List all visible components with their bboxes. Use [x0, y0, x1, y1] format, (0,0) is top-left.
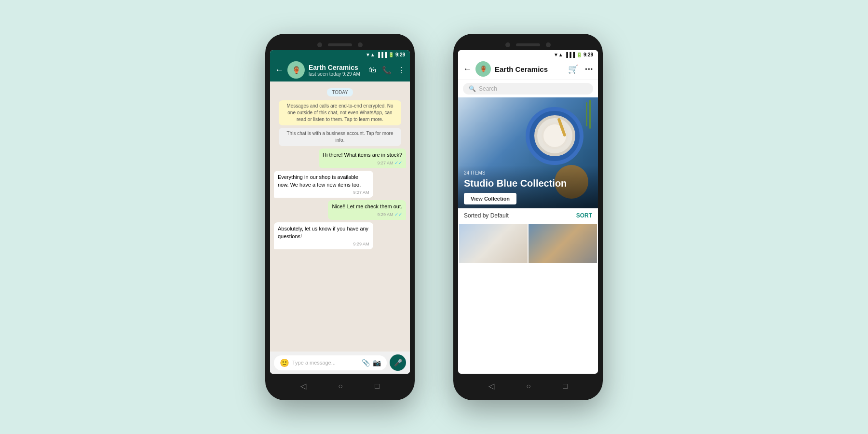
attach-icon[interactable]: 📎: [362, 359, 370, 366]
front-camera-p2-2: [546, 42, 551, 47]
banner-overlay: 24 ITEMS Studio Blue Collection View Col…: [458, 165, 598, 208]
read-tick: ✓✓: [394, 160, 402, 165]
time-display: 9:29: [395, 52, 405, 57]
plant-stem: [589, 100, 591, 129]
shop-avatar[interactable]: 🏺: [475, 61, 491, 77]
shop-back-button[interactable]: ←: [463, 64, 472, 74]
speaker-p2: [516, 43, 540, 46]
sort-label: Sorted by Default: [464, 212, 509, 219]
chat-screen: ▼▲ ▐▐▐ 🔋 9:29 ← 🏺 Earth Ceramics last se…: [270, 50, 410, 374]
contact-avatar[interactable]: 🏺: [287, 61, 305, 79]
read-tick-2: ✓✓: [394, 212, 402, 217]
search-placeholder: Search: [479, 85, 497, 92]
business-notice[interactable]: This chat is with a business account. Ta…: [279, 128, 401, 146]
call-icon[interactable]: 📞: [382, 66, 392, 75]
phone-2: ▼▲ ▐▐▐ 🔋 9:29 ← 🏺 Earth Ceramics 🛒 ••• 🔍…: [453, 34, 603, 400]
collection-banner[interactable]: 24 ITEMS Studio Blue Collection View Col…: [458, 97, 598, 208]
product-grid: [458, 223, 598, 264]
home-nav-icon[interactable]: ○: [338, 382, 343, 391]
header-actions: 🛍 📞 ⋮: [368, 66, 405, 75]
contact-name: Earth Ceramics: [309, 64, 365, 71]
front-camera-p2: [505, 42, 510, 47]
shop-icon[interactable]: 🛍: [368, 66, 376, 74]
cart-icon[interactable]: 🛒: [568, 64, 578, 74]
chat-header: ← 🏺 Earth Ceramics last seen today 9:29 …: [270, 58, 410, 81]
nav-bar: ◁ ○ □: [270, 377, 410, 393]
chat-input-bar: 🙂 Type a message... 📎 📷 🎤: [270, 352, 410, 374]
search-icon: 🔍: [469, 85, 476, 92]
message-input-field[interactable]: 🙂 Type a message... 📎 📷: [274, 355, 387, 370]
shop-screen: ▼▲ ▐▐▐ 🔋 9:29 ← 🏺 Earth Ceramics 🛒 ••• 🔍…: [458, 50, 598, 374]
message-out-2: Nice!! Let me check them out. 9:29 AM ✓✓: [328, 200, 406, 220]
home-nav-icon-p2[interactable]: ○: [526, 382, 531, 391]
back-nav-icon-p2[interactable]: ◁: [488, 381, 494, 391]
back-nav-icon[interactable]: ◁: [300, 381, 306, 391]
contact-status: last seen today 9:29 AM: [309, 71, 365, 77]
nav-bar-p2: ◁ ○ □: [458, 377, 598, 393]
wifi-icon: ▼▲: [366, 52, 375, 57]
speaker: [328, 43, 352, 46]
collection-title: Studio Blue Collection: [464, 177, 592, 189]
signal-icon-p2: ▐▐▐: [565, 52, 575, 57]
recents-nav-icon-p2[interactable]: □: [563, 382, 568, 391]
phone-1-top-bar: [270, 42, 410, 47]
camera-icon[interactable]: 📷: [373, 359, 381, 366]
view-collection-button[interactable]: View Collection: [464, 193, 516, 204]
product-item-2[interactable]: [529, 224, 597, 263]
mic-button[interactable]: 🎤: [390, 354, 406, 371]
time-display-p2: 9:29: [583, 52, 593, 57]
shop-name: Earth Ceramics: [495, 65, 564, 73]
shop-header: ← 🏺 Earth Ceramics 🛒 •••: [458, 58, 598, 80]
battery-icon: 🔋: [388, 52, 394, 57]
item-count: 24 ITEMS: [464, 170, 592, 176]
signal-icon: ▐▐▐: [377, 52, 387, 57]
encryption-notice[interactable]: Messages and calls are end-to-end encryp…: [279, 100, 401, 125]
contact-info: Earth Ceramics last seen today 9:29 AM: [309, 64, 365, 77]
front-camera: [317, 42, 322, 47]
sort-bar: Sorted by Default SORT: [458, 208, 598, 223]
front-camera-2: [358, 42, 363, 47]
more-icon[interactable]: •••: [585, 66, 593, 73]
product-item-1[interactable]: [459, 224, 528, 263]
message-out-1: Hi there! What items are in stock? 9:27 …: [319, 149, 406, 168]
shop-header-icons: 🛒 •••: [568, 64, 593, 74]
more-options-icon[interactable]: ⋮: [397, 66, 405, 75]
wifi-icon-p2: ▼▲: [554, 52, 563, 57]
back-button[interactable]: ←: [275, 65, 284, 75]
phone-1: ▼▲ ▐▐▐ 🔋 9:29 ← 🏺 Earth Ceramics last se…: [265, 34, 415, 400]
sort-button[interactable]: SORT: [576, 212, 592, 219]
emoji-icon[interactable]: 🙂: [280, 358, 289, 367]
search-input[interactable]: 🔍 Search: [463, 83, 593, 95]
date-divider: TODAY: [274, 87, 406, 96]
chat-messages-area: TODAY Messages and calls are end-to-end …: [270, 81, 410, 352]
input-placeholder: Type a message...: [292, 360, 359, 366]
battery-icon-p2: 🔋: [576, 52, 582, 57]
message-in-2: Absolutely, let us know if you have any …: [274, 222, 373, 249]
search-bar: 🔍 Search: [458, 80, 598, 97]
status-bar: ▼▲ ▐▐▐ 🔋 9:29: [270, 50, 410, 58]
plant-stem-2: [586, 102, 587, 126]
phone-2-top-bar: [458, 42, 598, 47]
message-in-1: Everything in our shop is available now.…: [274, 171, 373, 197]
recents-nav-icon[interactable]: □: [375, 382, 380, 391]
status-bar-p2: ▼▲ ▐▐▐ 🔋 9:29: [458, 50, 598, 58]
